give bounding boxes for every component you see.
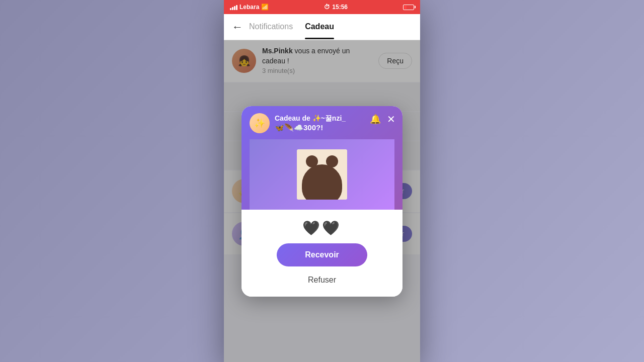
- refuse-gift-button[interactable]: Refuser: [306, 274, 338, 287]
- phone-frame: Lebara 📶 ⏱ 15:56 ← Notifications Cadeau: [224, 0, 420, 362]
- outer-background: Lebara 📶 ⏱ 15:56 ← Notifications Cadeau: [0, 0, 644, 362]
- bar1: [230, 8, 231, 10]
- tab-cadeau[interactable]: Cadeau: [305, 22, 334, 32]
- time-display: 15:56: [332, 4, 348, 11]
- nav-tabs: Notifications Cadeau: [249, 22, 412, 32]
- battery-fill: [404, 6, 407, 9]
- wifi-icon: 📶: [261, 4, 269, 11]
- status-right: [403, 5, 414, 10]
- status-left: Lebara 📶: [230, 4, 269, 11]
- receive-gift-button[interactable]: Recevoir: [277, 243, 367, 266]
- back-button[interactable]: ←: [232, 21, 243, 34]
- status-center: ⏱ 15:56: [324, 4, 348, 11]
- gift-modal: 🔔 ✕ ✨ Cadeau de ✨~꿀nzi_ 🦋🪶☁️300?!: [242, 106, 403, 297]
- close-button[interactable]: ✕: [387, 113, 395, 125]
- status-bar: Lebara 📶 ⏱ 15:56: [224, 0, 420, 14]
- top-navigation: ← Notifications Cadeau: [224, 14, 420, 40]
- signal-bars-icon: [230, 4, 237, 10]
- bar4: [236, 5, 237, 10]
- modal-header: 🔔 ✕ ✨ Cadeau de ✨~꿀nzi_ 🦋🪶☁️300?!: [242, 106, 403, 210]
- bear-shape: [302, 164, 342, 200]
- battery-icon: [403, 5, 414, 10]
- modal-overlay: 🔔 ✕ ✨ Cadeau de ✨~꿀nzi_ 🦋🪶☁️300?!: [224, 40, 420, 362]
- carrier-label: Lebara: [239, 4, 259, 11]
- modal-sender-avatar: ✨: [250, 113, 270, 133]
- hearts-display: 🖤🖤: [302, 220, 342, 236]
- gift-image: [297, 149, 347, 200]
- clock-icon: ⏱: [324, 4, 330, 11]
- notification-list: 👧 Ms.Pinkk vous a envoyé un cadeau ! 3 m…: [224, 40, 420, 362]
- modal-header-actions: 🔔 ✕: [370, 113, 395, 125]
- modal-body: 🖤🖤 Recevoir Refuser: [242, 210, 403, 297]
- bar3: [234, 6, 235, 10]
- bar2: [232, 7, 233, 10]
- bear-hat-image: [297, 149, 347, 200]
- tab-notifications[interactable]: Notifications: [249, 22, 293, 32]
- modal-gift-image-area: [250, 139, 394, 210]
- bell-icon[interactable]: 🔔: [370, 114, 381, 125]
